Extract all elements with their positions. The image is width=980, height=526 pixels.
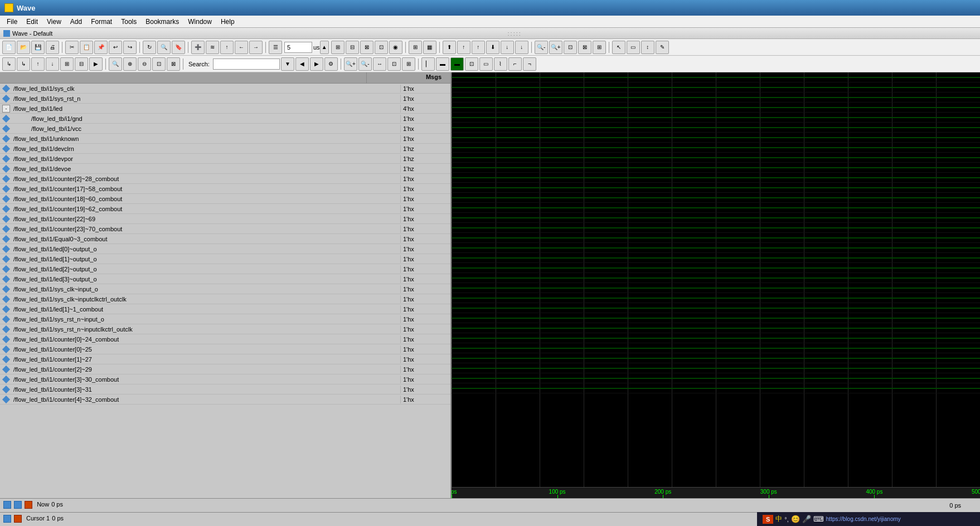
menu-window[interactable]: Window xyxy=(183,17,216,27)
signal-row[interactable]: /flow_led_tb/i1/led[1]~output_o1'hx xyxy=(0,254,450,264)
menu-view[interactable]: View xyxy=(42,17,66,27)
signal-row[interactable]: /flow_led_tb/i1/sys_clk~input_o1'hx xyxy=(0,284,450,294)
wave-panel[interactable]: 0 ps100 ps200 ps300 ps400 ps500 ps0 ps xyxy=(452,72,980,498)
zoom-in-btn[interactable]: 🔍+ xyxy=(549,41,562,54)
drag-handle[interactable]: ::::: xyxy=(52,30,977,37)
redo-button[interactable]: ↪ xyxy=(123,41,137,54)
signal-row[interactable]: /flow_led_tb/i1/unknown1'hx xyxy=(0,134,450,144)
zoom2-in-btn[interactable]: 🔍+ xyxy=(344,57,357,71)
cursor-up2[interactable]: ↑ xyxy=(457,41,470,54)
wave-nav3[interactable]: ⊠ xyxy=(360,41,373,54)
wave-btn2[interactable]: ≋ xyxy=(206,41,219,54)
signal-row[interactable]: /flow_led_tb/i1/devpor1'hz xyxy=(0,154,450,164)
time-up-btn[interactable]: ▲ xyxy=(320,41,329,54)
expand-icon[interactable]: - xyxy=(2,105,10,113)
wave-shape6[interactable]: ⌇ xyxy=(494,57,507,71)
menu-help[interactable]: Help xyxy=(216,17,239,27)
taskbar-kb-btn[interactable]: ⌨ xyxy=(813,515,824,523)
signal-row[interactable]: /flow_led_tb/i1/counter[2]~291'hx xyxy=(0,364,450,374)
cursor-tool[interactable]: ↖ xyxy=(612,41,625,54)
signal-row[interactable]: /flow_led_tb/i1/devclrn1'hz xyxy=(0,144,450,154)
signal-row[interactable]: /flow_led_tb/i1/counter[2]~28_combout1'h… xyxy=(0,174,450,184)
zoom2-fit-btn[interactable]: ↔ xyxy=(373,57,386,71)
cursor-up1[interactable]: ⬆ xyxy=(443,41,456,54)
signal-row[interactable]: /flow_led_tb/i1/counter[17]~58_combout1'… xyxy=(0,184,450,194)
print-button[interactable]: 🖨 xyxy=(46,41,59,54)
signal-row[interactable]: /flow_led_tb/i1/led[2]~output_o1'hx xyxy=(0,264,450,274)
signal-row[interactable]: /flow_led_tb/i1/counter[4]~32_combout1'h… xyxy=(0,394,450,405)
signal-row[interactable]: /flow_led_tb/i1/led[1]~1_combout1'hx xyxy=(0,304,450,314)
signal-row[interactable]: /flow_led_tb/i1/sys_rst_n~input_o1'hx xyxy=(0,314,450,324)
wave-snap1[interactable]: ⊞ xyxy=(409,41,422,54)
taskbar-emoji-btn[interactable]: 😊 xyxy=(791,515,800,523)
time-input[interactable] xyxy=(284,42,312,53)
undo-button[interactable]: ↩ xyxy=(109,41,122,54)
signal-row[interactable]: /flow_led_tb/i1/sys_clk1'hx xyxy=(0,84,450,94)
refresh-button[interactable]: ↻ xyxy=(143,41,156,54)
signal-row[interactable]: /flow_led_tb/i1/vcc1'hx xyxy=(0,124,450,134)
taskbar-settings-btn[interactable]: °, xyxy=(784,516,788,523)
open-button[interactable]: 📂 xyxy=(17,41,30,54)
signal-row[interactable]: /flow_led_tb/i1/counter[3]~30_combout1'h… xyxy=(0,374,450,384)
grp-btn3[interactable]: ↑ xyxy=(31,57,45,71)
menu-add[interactable]: Add xyxy=(66,17,86,27)
list-btn[interactable]: ☰ xyxy=(269,41,282,54)
annotate-tool[interactable]: ✎ xyxy=(656,41,669,54)
grp-btn6[interactable]: ⊟ xyxy=(75,57,88,71)
menu-tools[interactable]: Tools xyxy=(117,17,141,27)
zoom-fit-btn[interactable]: ⊡ xyxy=(564,41,577,54)
signal-row[interactable]: /flow_led_tb/i1/gnd1'hx xyxy=(0,114,450,124)
menu-format[interactable]: Format xyxy=(86,17,117,27)
taskbar-mic-btn[interactable]: 🎤 xyxy=(802,515,811,523)
signal-row[interactable]: /flow_led_tb/i1/devoe1'hz xyxy=(0,164,450,174)
grp-btn2[interactable]: ↳ xyxy=(17,57,30,71)
signal-row[interactable]: /flow_led_tb/i1/led[3]~output_o1'hx xyxy=(0,274,450,284)
signal-row[interactable]: /flow_led_tb/i1/counter[23]~70_combout1'… xyxy=(0,224,450,234)
cut-button[interactable]: ✂ xyxy=(65,41,79,54)
signal-row[interactable]: /flow_led_tb/i1/counter[3]~311'hx xyxy=(0,384,450,394)
wave-shape1[interactable]: ▏ xyxy=(421,57,435,71)
signal-row[interactable]: /flow_led_tb/i1/counter[19]~62_combout1'… xyxy=(0,204,450,214)
cursor-dn1[interactable]: ⬇ xyxy=(486,41,499,54)
zoom2-full-btn[interactable]: ⊞ xyxy=(402,57,415,71)
wave-shape2[interactable]: ▬ xyxy=(436,57,449,71)
signal-row[interactable]: /flow_led_tb/i1/sys_clk~inputclkctrl_out… xyxy=(0,294,450,304)
wave-right-btn[interactable]: → xyxy=(249,41,263,54)
signal-row[interactable]: /flow_led_tb/i1/counter[22]~691'hx xyxy=(0,214,450,224)
search-prev-btn[interactable]: ◀ xyxy=(295,57,309,71)
signal-row[interactable]: /flow_led_tb/i1/counter[0]~24_combout1'h… xyxy=(0,334,450,344)
signal-row[interactable]: -/flow_led_tb/i1/led4'hx xyxy=(0,104,450,114)
wave-nav2[interactable]: ⊟ xyxy=(346,41,359,54)
search-input[interactable] xyxy=(213,59,280,70)
wave-shape8[interactable]: ¬ xyxy=(523,57,536,71)
wave-left-btn[interactable]: ← xyxy=(235,41,248,54)
signal-row[interactable]: /flow_led_tb/i1/counter[18]~60_combout1'… xyxy=(0,194,450,204)
wave-nav4[interactable]: ⊡ xyxy=(375,41,388,54)
wave-signal-area[interactable] xyxy=(452,72,980,487)
cursor-up3[interactable]: ↑ xyxy=(472,41,485,54)
wave-snap2[interactable]: ▦ xyxy=(423,41,436,54)
zoom2-out-btn[interactable]: 🔍- xyxy=(358,57,372,71)
signal-row[interactable]: /flow_led_tb/i1/led[0]~output_o1'hx xyxy=(0,244,450,254)
cursor-dn3[interactable]: ↓ xyxy=(515,41,528,54)
zoom-t2-3[interactable]: ⊖ xyxy=(138,57,151,71)
wave-shape3[interactable]: ▬ xyxy=(450,57,464,71)
grp-btn7[interactable]: ▶ xyxy=(89,57,103,71)
find-button[interactable]: 🔍 xyxy=(157,41,171,54)
zoom2-prev-btn[interactable]: ⊡ xyxy=(387,57,401,71)
wave-shape4[interactable]: ⊡ xyxy=(465,57,478,71)
search-next-btn[interactable]: ▶ xyxy=(310,57,323,71)
zoom-t2-2[interactable]: ⊕ xyxy=(123,57,137,71)
cursor-dn2[interactable]: ↓ xyxy=(501,41,514,54)
signal-row[interactable]: /flow_led_tb/i1/counter[0]~251'hx xyxy=(0,344,450,354)
signal-row[interactable]: /flow_led_tb/i1/sys_rst_n1'hx xyxy=(0,94,450,104)
bmark-button[interactable]: 🔖 xyxy=(172,41,185,54)
signal-row[interactable]: /flow_led_tb/i1/counter[1]~271'hx xyxy=(0,354,450,364)
add-wave-btn[interactable]: ➕ xyxy=(191,41,205,54)
zoom-t2-4[interactable]: ⊡ xyxy=(152,57,166,71)
copy-button[interactable]: 📋 xyxy=(80,41,93,54)
zoom-t2-5[interactable]: ⊠ xyxy=(167,57,180,71)
wave-nav5[interactable]: ◉ xyxy=(389,41,402,54)
wave-up-btn[interactable]: ↑ xyxy=(220,41,234,54)
taskbar-zh-btn[interactable]: 中 xyxy=(775,514,782,524)
